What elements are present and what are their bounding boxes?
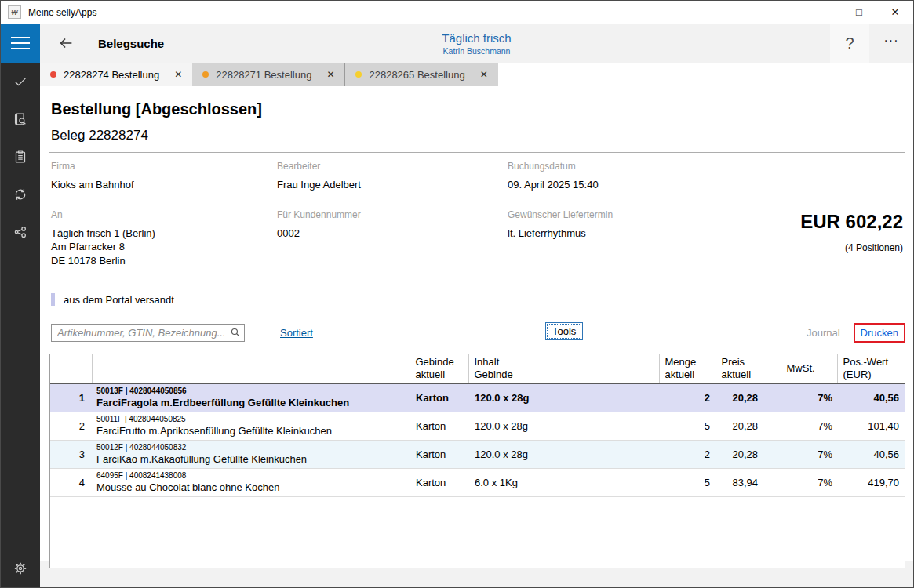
window-title: Meine sellyApps — [28, 7, 96, 18]
row-number: 3 — [50, 440, 92, 468]
article-name: FarciKao m.Kakaofüllung Gefüllte Kleinku… — [96, 453, 405, 466]
app-logo-icon: w — [8, 5, 21, 19]
close-button[interactable]: ✕ — [877, 1, 913, 24]
maximize-button[interactable]: □ — [841, 1, 877, 24]
hamburger-icon — [11, 37, 30, 38]
sync-icon — [12, 186, 29, 203]
menge-cell: 2 — [659, 383, 716, 412]
tab-status-dot — [50, 71, 56, 78]
tools-button[interactable]: Tools — [545, 322, 583, 340]
sidebar-item-tasks[interactable] — [1, 63, 40, 100]
mwst-cell: 7% — [781, 440, 837, 468]
document-view: Bestellung [Abgeschlossen] Beleg 2282827… — [40, 86, 913, 561]
mwst-cell: 7% — [781, 468, 837, 496]
field-value: Kioks am Bahnhof — [51, 178, 277, 192]
table-header: Gebindeaktuell InhaltGebinde Mengeaktuel… — [50, 354, 905, 383]
address-line: DE 10178 Berlin — [51, 254, 277, 268]
tab[interactable]: 22828274 Bestellung ✕ — [40, 63, 192, 86]
fields-row-1: Firma Kioks am Bahnhof Bearbeiter Frau I… — [49, 153, 905, 201]
menge-cell: 5 — [659, 468, 716, 496]
sort-link[interactable]: Sortiert — [280, 327, 313, 339]
sidebar-item-settings[interactable] — [1, 550, 40, 587]
order-total: EUR 602,22 — [800, 211, 903, 233]
tab[interactable]: 22828265 Bestellung ✕ — [344, 63, 497, 86]
customer-name[interactable]: Täglich frisch — [442, 31, 511, 45]
col-preis: Preisaktuell — [716, 354, 781, 383]
field-value: lt. Lieferrhythmus — [508, 227, 800, 241]
back-button[interactable] — [56, 33, 76, 53]
back-arrow-icon — [57, 34, 75, 52]
tab-close-icon[interactable]: ✕ — [480, 69, 488, 80]
article-code: 50013F | 4028044050856 — [96, 386, 405, 396]
article-cell: 64095F | 4008241438008Mousse au Chocolat… — [92, 468, 410, 496]
article-cell: 50013F | 4028044050856FarciFragola m.Erd… — [92, 383, 410, 412]
positions-table-body: 150013F | 4028044050856FarciFragola m.Er… — [50, 383, 905, 496]
tab-label: 22828274 Bestellung — [64, 69, 159, 81]
tab-status-dot — [202, 71, 209, 78]
pos-wert-cell: 40,56 — [837, 440, 905, 468]
search-input[interactable] — [52, 327, 227, 339]
order-total-block: EUR 602,22 (4 Positionen) — [800, 209, 905, 268]
field-label: Gewünscher Liefertermin — [508, 209, 800, 220]
tab-label: 22828265 Bestellung — [369, 69, 464, 81]
sidebar — [1, 24, 40, 587]
inhalt-cell: 120.0 x 28g — [468, 383, 659, 412]
clipboard-icon — [12, 148, 29, 165]
menu-button[interactable] — [1, 24, 40, 63]
article-search — [51, 324, 245, 342]
tab-close-icon[interactable]: ✕ — [326, 69, 334, 80]
position-row[interactable]: 464095F | 4008241438008Mousse au Chocola… — [50, 468, 905, 496]
print-button[interactable]: Drucken — [854, 323, 905, 343]
gebinde-cell: Karton — [410, 440, 468, 468]
settings-gear-icon — [12, 560, 29, 577]
sidebar-item-orders[interactable] — [1, 138, 40, 176]
preis-cell: 20,28 — [716, 440, 781, 468]
preis-cell: 20,28 — [716, 412, 781, 440]
document-title: Bestellung [Abgeschlossen] — [51, 100, 905, 118]
app-window: w Meine sellyApps – □ ✕ — [0, 0, 914, 588]
field-value: 0002 — [277, 227, 508, 241]
field-value: 09. April 2025 15:40 — [508, 178, 905, 192]
status-indicator-bar — [51, 293, 55, 306]
row-number: 1 — [50, 383, 92, 412]
menge-cell: 2 — [659, 440, 716, 468]
page-title: Belegsuche — [98, 37, 164, 50]
field-kundennummer: Für Kundennummer 0002 — [277, 209, 508, 268]
field-label: Buchungsdatum — [508, 161, 905, 172]
field-firma: Firma Kioks am Bahnhof — [51, 161, 277, 192]
minimize-button[interactable]: – — [805, 1, 841, 24]
status-text: aus dem Portal versandt — [64, 294, 174, 306]
field-value: Frau Inge Adelbert — [277, 178, 508, 192]
article-name: FarciFragola m.Erdbeerfüllung Gefüllte K… — [96, 397, 405, 410]
position-row[interactable]: 250011F | 4028044050825FarciFrutto m.Apr… — [50, 412, 905, 440]
share-network-icon — [12, 223, 29, 241]
menge-cell: 5 — [659, 412, 716, 440]
status-line: aus dem Portal versandt — [51, 293, 905, 306]
help-button[interactable]: ? — [830, 24, 869, 63]
search-icon[interactable] — [227, 327, 244, 338]
position-row[interactable]: 150013F | 4028044050856FarciFragola m.Er… — [50, 383, 905, 412]
position-row[interactable]: 350012F | 4028044050832FarciKao m.Kakaof… — [50, 440, 905, 468]
header-context: Täglich frisch Katrin Buschmann — [442, 31, 511, 56]
more-options-button[interactable]: ··· — [869, 24, 913, 63]
tab-bar: 22828274 Bestellung ✕ 22828271 Bestellun… — [40, 63, 913, 86]
tab-close-icon[interactable]: ✕ — [174, 69, 182, 80]
window-controls: – □ ✕ — [805, 1, 913, 24]
tab[interactable]: 22828271 Bestellung ✕ — [192, 63, 344, 86]
pos-wert-cell: 419,70 — [837, 468, 905, 496]
sidebar-item-document-search[interactable] — [1, 100, 40, 138]
row-number: 4 — [50, 468, 92, 496]
sidebar-item-sync[interactable] — [1, 176, 40, 213]
pos-wert-cell: 101,40 — [837, 412, 905, 440]
sidebar-item-share[interactable] — [1, 213, 40, 251]
field-label: Bearbeiter — [277, 161, 508, 172]
article-code: 50012F | 4028044050832 — [96, 442, 405, 452]
catalog-search-icon — [12, 111, 29, 128]
field-label: Für Kundennummer — [277, 209, 508, 220]
col-pos-wert: Pos.-Wert(EUR) — [837, 354, 905, 383]
positions-toolbar: Sortiert Tools Journal Drucken — [49, 322, 905, 343]
col-row-number — [50, 354, 92, 383]
journal-button[interactable]: Journal — [807, 327, 840, 339]
user-name[interactable]: Katrin Buschmann — [442, 46, 511, 56]
article-code: 64095F | 4008241438008 — [96, 470, 405, 481]
